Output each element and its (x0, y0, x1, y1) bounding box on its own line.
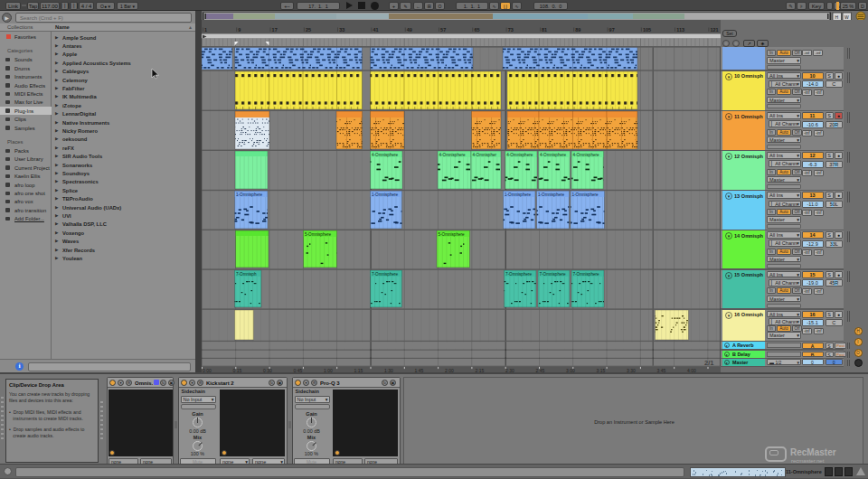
svg-text:73: 73 (508, 27, 514, 33)
svg-text:81: 81 (542, 27, 547, 33)
svg-text:2/1: 2/1 (704, 359, 713, 367)
svg-text:4-Omnisphere: 4-Omnisphere (540, 153, 567, 157)
svg-text:41: 41 (373, 27, 379, 33)
svg-text:7-Omnisphere: 7-Omnisphere (573, 272, 600, 277)
svg-text:4-Omnisphere: 4-Omnisphere (439, 153, 467, 157)
svg-text:7-Omnisph: 7-Omnisph (236, 272, 257, 277)
svg-text:5-Omnisphere: 5-Omnisphere (305, 232, 332, 237)
svg-text:49: 49 (407, 27, 412, 33)
svg-text:97: 97 (609, 27, 615, 33)
svg-text:4-Omnisphere: 4-Omnisphere (506, 153, 533, 157)
svg-text:4-Omnispher: 4-Omnispher (473, 153, 497, 157)
svg-text:105: 105 (643, 27, 651, 33)
svg-text:33: 33 (339, 27, 344, 33)
svg-text:65: 65 (474, 27, 479, 33)
svg-text:89: 89 (575, 27, 580, 33)
svg-text:9: 9 (238, 27, 241, 33)
svg-text:1-Omnisphere: 1-Omnisphere (236, 193, 263, 197)
svg-text:7-Omnisphere: 7-Omnisphere (540, 272, 567, 277)
svg-text:113: 113 (676, 27, 684, 33)
svg-text:1-Omnisphere: 1-Omnisphere (505, 193, 532, 197)
svg-text:5-Omnisphere: 5-Omnisphere (439, 232, 466, 237)
svg-text:7-Omnisphere: 7-Omnisphere (505, 272, 533, 277)
svg-text:W: W (844, 14, 849, 20)
svg-text:17: 17 (272, 27, 278, 33)
svg-text:1-Omnisphere: 1-Omnisphere (572, 193, 599, 197)
svg-text:25: 25 (306, 27, 311, 33)
svg-text:7-Omnisphere: 7-Omnisphere (372, 272, 399, 277)
svg-text:1: 1 (204, 27, 207, 33)
svg-text:121: 121 (711, 27, 719, 33)
svg-text:57: 57 (440, 27, 446, 33)
svg-text:1-Omnisphere: 1-Omnisphere (372, 193, 399, 197)
svg-text:4-Omnisphere: 4-Omnisphere (573, 153, 600, 157)
svg-text:1-Omnisphere: 1-Omnisphere (538, 193, 565, 197)
svg-text:H: H (835, 14, 839, 20)
svg-text:4-Omnisphere: 4-Omnisphere (372, 153, 399, 157)
